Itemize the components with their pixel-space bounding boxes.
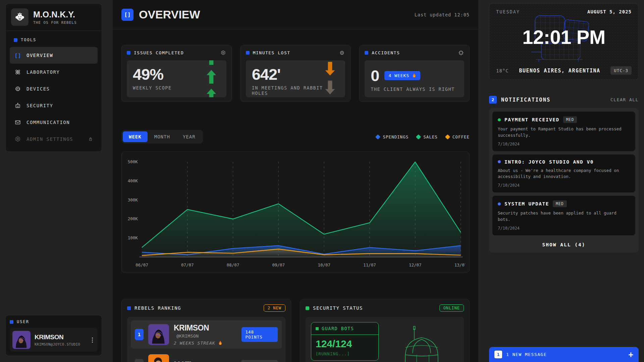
notification-title: PAYMENT RECEIVED (504, 117, 559, 122)
svg-text:08/07: 08/07 (227, 262, 239, 267)
spend-sales-chart: 100K200K300K400K500K06/0707/0708/0709/07… (121, 152, 470, 273)
sidebar-item-admin-settings[interactable]: ADMIN SETTINGS (10, 131, 98, 147)
rank-name: KRIMSON (174, 323, 209, 332)
range-tabs: WEEK MONTH YEAR (121, 130, 203, 143)
user-card: USER KRIMSON KRIMSON@JOYCO.STUDIO (5, 315, 102, 356)
svg-text:11/07: 11/07 (363, 262, 376, 267)
svg-text:09/07: 09/07 (272, 262, 285, 267)
stat-square-icon (246, 51, 250, 55)
guard-tower-wireframe (385, 322, 459, 362)
notification-title: SYSTEM UPDATE (504, 201, 549, 206)
timezone-badge: UTC-3 (610, 66, 632, 75)
avatar (148, 324, 169, 345)
notification-body: Security patches have been applied to al… (498, 210, 630, 223)
chip-icon[interactable] (339, 50, 345, 56)
clock-date: AUGUST 5, 2025 (587, 9, 632, 14)
user-menu-kebab-icon[interactable] (92, 338, 93, 343)
tab-week[interactable]: WEEK (123, 131, 148, 142)
sidebar-item-communication[interactable]: COMMUNICATION (10, 114, 98, 131)
trend-down-arrows-icon (324, 61, 336, 97)
points-badge: 129 POINTS (241, 360, 278, 362)
svg-text:13/07: 13/07 (454, 262, 465, 267)
user-square-icon (10, 320, 13, 324)
points-badge: 148 POINTS (241, 327, 278, 342)
sidebar-item-devices[interactable]: DEVICES (10, 80, 98, 97)
rank-info: KRIMSON @KRIMSON 2 WEEKS STREAK (174, 323, 237, 346)
tab-month[interactable]: MONTH (148, 131, 176, 142)
notification-body: About us - We're a healthcare company fo… (498, 168, 630, 180)
svg-text:500K: 500K (128, 159, 138, 164)
plus-icon[interactable]: + (629, 351, 633, 359)
sidebar-item-label: ADMIN SETTINGS (26, 136, 73, 142)
ranking-row-1[interactable]: 1 KRIMSON (131, 320, 282, 349)
main-panel: [] OVERVIEW Last updated 12:05 ISSUES CO… (113, 0, 478, 362)
temperature: 18°C (496, 68, 509, 73)
guard-bots-label: GUARD BOTS (322, 326, 354, 331)
stat-caption: THE CLIENT ALWAYS IS RIGHT (371, 86, 458, 92)
stat-body: 642' IN MEETINGS AND RABBIT HOLES (246, 60, 345, 97)
area-chart-svg: 100K200K300K400K500K06/0707/0708/0709/07… (126, 157, 465, 270)
hex-nut-icon[interactable] (220, 50, 226, 56)
clock-time: 12:01 PM (489, 26, 638, 48)
security-status-card: SECURITY STATUS ONLINE GUARD BOTS 124/12… (300, 299, 470, 362)
stat-title: MINUTES LOST (253, 50, 290, 55)
message-count-badge: 1 (494, 351, 502, 358)
priority-badge: MED (553, 200, 567, 207)
clock-day: TUESDAY (496, 9, 520, 14)
sidebar-item-overview[interactable]: [] OVERVIEW (10, 47, 98, 64)
guard-bots-value: 124/124 (316, 338, 374, 350)
svg-text:100K: 100K (128, 235, 138, 240)
svg-text:300K: 300K (128, 197, 138, 202)
overview-brackets-icon: [] (121, 9, 133, 21)
stat-card-minutes: MINUTES LOST 642' IN MEETINGS AND RABBIT… (240, 45, 351, 102)
nav-section: TOOLS [] OVERVIEW LABORATORY (6, 31, 102, 152)
chip-icon (14, 85, 22, 93)
ranking-title: REBELS RANKING (135, 305, 181, 311)
notification-payment[interactable]: PAYMENT RECEIVED MED Your payment to Ram… (492, 112, 635, 151)
app-subtitle: THE OS FOR REBELS (33, 20, 77, 25)
lock-icon (88, 136, 94, 142)
stat-body: 0 4 WEEKS THE CLIENT ALWAYS IS RIGHT (365, 60, 464, 97)
envelope-icon (14, 118, 22, 126)
notification-system-update[interactable]: SYSTEM UPDATE MED Security patches have … (492, 196, 635, 235)
stat-value: 0 (371, 66, 379, 85)
tools-section-label: TOOLS (10, 36, 98, 47)
sidebar-item-security[interactable]: SECURITY (10, 97, 98, 114)
bottom-row: REBELS RANKING 2 NEW 1 (121, 299, 470, 362)
burst-icon[interactable] (458, 50, 464, 56)
legend-sales: SALES (417, 134, 438, 139)
show-all-button[interactable]: SHOW ALL (4) (492, 239, 635, 249)
rank-handle: @KRIMSON (176, 334, 199, 339)
app-title: M.O.N.K.Y. (33, 10, 77, 19)
user-email: KRIMSON@JOYCO.STUDIO (35, 342, 80, 346)
trend-up-arrows-icon (205, 60, 218, 97)
flame-icon (412, 73, 416, 78)
avatar (148, 354, 169, 362)
security-title: SECURITY STATUS (313, 305, 363, 311)
streak-weeks-badge: 4 WEEKS (384, 71, 420, 80)
user-row[interactable]: KRIMSON KRIMSON@JOYCO.STUDIO (10, 328, 98, 352)
rank-name: MATI (174, 360, 192, 362)
ranking-row-2[interactable]: 2 (131, 351, 282, 362)
notification-intro[interactable]: INTRO: JOYCO STUDIO AND V0 About us - We… (492, 155, 635, 193)
rank-badge: 2 (135, 359, 144, 362)
atom-icon (14, 68, 22, 76)
guard-bots-box: GUARD BOTS 124/124 [RUNNING...] (311, 322, 379, 361)
hex-nut-icon (14, 135, 22, 143)
sidebar-item-laboratory[interactable]: LABORATORY (10, 64, 98, 80)
sidebar-item-label: DEVICES (26, 86, 50, 92)
clear-all-button[interactable]: CLEAR ALL (610, 97, 639, 102)
notification-date: 7/10/2024 (498, 183, 630, 188)
notification-date: 7/10/2024 (498, 142, 630, 146)
security-body: GUARD BOTS 124/124 [RUNNING...] FIREWALL (306, 317, 464, 362)
notifications-list: PAYMENT RECEIVED MED Your payment to Ram… (489, 108, 639, 253)
chart-controls: WEEK MONTH YEAR SPENDINGS SALES COFFEE (121, 130, 470, 143)
new-message-bar[interactable]: 1 1 NEW MESSAGE + (489, 347, 639, 362)
sidebar-item-label: LABORATORY (26, 69, 60, 75)
notifications-header: 2 NOTIFICATIONS CLEAR ALL (489, 96, 639, 104)
sidebar-item-label: SECURITY (26, 103, 53, 108)
last-updated: Last updated 12:05 (415, 12, 470, 17)
brackets-icon: [] (14, 51, 22, 59)
rebels-ranking-card: REBELS RANKING 2 NEW 1 (121, 299, 291, 362)
tab-year[interactable]: YEAR (177, 131, 202, 142)
